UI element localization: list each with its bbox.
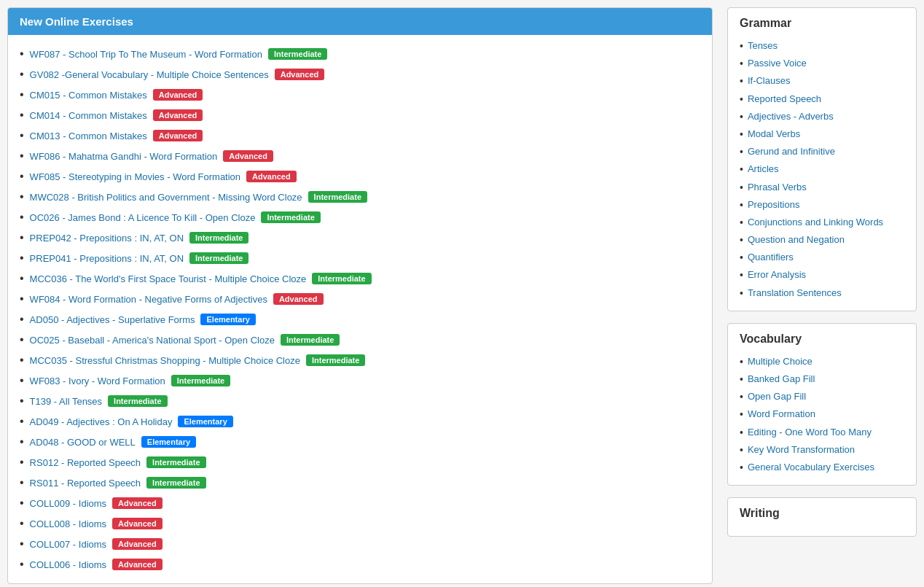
level-badge: Advanced	[275, 69, 325, 80]
sidebar-link[interactable]: Conjunctions and Linking Words	[748, 216, 883, 229]
sidebar-link[interactable]: Prepositions	[748, 198, 800, 211]
list-item: COLL006 - IdiomsAdvanced	[20, 554, 700, 575]
exercise-link[interactable]: COLL009 - Idioms	[30, 498, 107, 509]
sidebar-link[interactable]: Modal Verbs	[748, 128, 800, 141]
vocabulary-section: Vocabulary Multiple ChoiceBanked Gap Fil…	[727, 323, 917, 486]
sidebar-item: Phrasal Verbs	[740, 179, 904, 196]
level-badge: Intermediate	[146, 456, 205, 468]
level-badge: Intermediate	[261, 211, 320, 223]
exercise-link[interactable]: OC025 - Baseball - America's National Sp…	[30, 335, 275, 346]
exercise-link[interactable]: AD050 - Adjectives - Superlative Forms	[30, 314, 195, 325]
exercise-link[interactable]: CM014 - Common Mistakes	[30, 110, 147, 121]
sidebar-item: Prepositions	[740, 196, 904, 214]
list-item: MCC035 - Stressful Christmas Shopping - …	[20, 350, 700, 370]
exercises-box: New Online Exercises WF087 - School Trip…	[7, 7, 713, 584]
level-badge: Advanced	[273, 293, 324, 305]
exercise-link[interactable]: WF085 - Stereotyping in Movies - Word Fo…	[30, 171, 240, 182]
exercise-link[interactable]: T139 - All Tenses	[30, 396, 102, 407]
grammar-list: TensesPassive VoiceIf-ClausesReported Sp…	[728, 34, 916, 311]
list-item: PREP041 - Prepositions : IN, AT, ONInter…	[20, 248, 700, 268]
list-item: WF084 - Word Formation - Negative Forms …	[20, 289, 700, 309]
sidebar-item: Word Formation	[740, 405, 904, 423]
level-badge: Advanced	[153, 89, 203, 101]
list-item: MCC036 - The World's First Space Tourist…	[20, 268, 700, 289]
exercise-link[interactable]: WF086 - Mahatma Gandhi - Word Formation	[30, 151, 218, 162]
level-badge: Advanced	[112, 518, 163, 529]
grammar-section: Grammar TensesPassive VoiceIf-ClausesRep…	[727, 7, 917, 311]
sidebar-item: Conjunctions and Linking Words	[740, 214, 904, 231]
exercise-link[interactable]: PREP042 - Prepositions : IN, AT, ON	[30, 233, 184, 244]
sidebar-link[interactable]: Open Gap Fill	[748, 390, 806, 403]
exercise-link[interactable]: AD049 - Adjectives : On A Holiday	[30, 416, 173, 427]
level-badge: Intermediate	[108, 395, 167, 407]
sidebar-link[interactable]: Word Formation	[748, 408, 815, 421]
sidebar-link[interactable]: Adjectives - Adverbs	[748, 110, 834, 123]
list-item: OC025 - Baseball - America's National Sp…	[20, 330, 700, 350]
sidebar-link[interactable]: Translation Sentences	[748, 287, 842, 300]
level-badge: Intermediate	[189, 252, 248, 264]
sidebar-item: Open Gap Fill	[740, 388, 904, 405]
list-item: COLL008 - IdiomsAdvanced	[20, 513, 700, 534]
sidebar-link[interactable]: Reported Speech	[748, 93, 821, 106]
sidebar-link[interactable]: General Vocabulary Exercises	[748, 461, 874, 474]
sidebar-item: Banked Gap Fill	[740, 370, 904, 388]
sidebar-link[interactable]: If-Clauses	[748, 74, 791, 88]
sidebar-item: Passive Voice	[740, 55, 904, 72]
sidebar-item: If-Clauses	[740, 72, 904, 90]
level-badge: Advanced	[112, 497, 163, 509]
exercise-link[interactable]: RS011 - Reported Speech	[30, 478, 141, 489]
list-item: WF087 - School Trip To The Museum - Word…	[20, 44, 700, 64]
list-item: GV082 -General Vocabulary - Multiple Cho…	[20, 64, 700, 85]
sidebar-link[interactable]: Error Analysis	[748, 268, 806, 281]
sidebar-link[interactable]: Passive Voice	[748, 57, 807, 70]
level-badge: Intermediate	[306, 354, 365, 366]
sidebar-item: Quantifiers	[740, 249, 904, 266]
sidebar-link[interactable]: Gerund and Infinitive	[748, 145, 835, 158]
exercise-link[interactable]: MWC028 - British Politics and Government…	[30, 192, 302, 203]
sidebar-item: Adjectives - Adverbs	[740, 108, 904, 125]
grammar-title: Grammar	[728, 8, 916, 34]
sidebar-link[interactable]: Question and Negation	[748, 233, 845, 246]
sidebar-link[interactable]: Quantifiers	[748, 251, 794, 264]
list-item: T139 - All TensesIntermediate	[20, 391, 700, 411]
exercises-header: New Online Exercises	[8, 8, 712, 35]
exercise-link[interactable]: PREP041 - Prepositions : IN, AT, ON	[30, 253, 184, 264]
list-item: RS011 - Reported SpeechIntermediate	[20, 473, 700, 493]
exercise-link[interactable]: WF084 - Word Formation - Negative Forms …	[30, 294, 267, 305]
list-item: COLL009 - IdiomsAdvanced	[20, 493, 700, 513]
exercise-link[interactable]: COLL008 - Idioms	[30, 518, 107, 529]
exercise-link[interactable]: OC026 - James Bond : A Licence To Kill -…	[30, 212, 256, 223]
exercise-link[interactable]: GV082 -General Vocabulary - Multiple Cho…	[30, 69, 269, 80]
level-badge: Intermediate	[268, 48, 327, 60]
exercise-link[interactable]: WF087 - School Trip To The Museum - Word…	[30, 49, 262, 60]
sidebar-link[interactable]: Multiple Choice	[748, 355, 813, 368]
sidebar-link[interactable]: Banked Gap Fill	[748, 373, 815, 386]
exercise-link[interactable]: WF083 - Ivory - Word Formation	[30, 376, 165, 386]
exercise-link[interactable]: MCC035 - Stressful Christmas Shopping - …	[30, 355, 300, 366]
exercise-link[interactable]: CM015 - Common Mistakes	[30, 90, 147, 101]
list-item: CM013 - Common MistakesAdvanced	[20, 125, 700, 146]
level-badge: Intermediate	[189, 232, 248, 244]
sidebar-link[interactable]: Key Word Transformation	[748, 443, 855, 456]
exercise-link[interactable]: CM013 - Common Mistakes	[30, 131, 147, 141]
exercise-link[interactable]: COLL006 - Idioms	[30, 559, 107, 570]
sidebar-link[interactable]: Editing - One Word Too Many	[748, 426, 872, 439]
vocabulary-list: Multiple ChoiceBanked Gap FillOpen Gap F…	[728, 350, 916, 485]
sidebar-item: Gerund and Infinitive	[740, 143, 904, 160]
sidebar-link[interactable]: Articles	[748, 163, 779, 176]
level-badge: Elementary	[178, 416, 232, 427]
exercise-link[interactable]: MCC036 - The World's First Space Tourist…	[30, 273, 307, 284]
page-wrapper: New Online Exercises WF087 - School Trip…	[0, 0, 924, 587]
list-item: CM015 - Common MistakesAdvanced	[20, 85, 700, 105]
level-badge: Advanced	[153, 130, 203, 141]
exercise-link[interactable]: AD048 - GOOD or WELL	[30, 437, 136, 448]
exercise-link[interactable]: COLL007 - Idioms	[30, 539, 107, 550]
exercises-list: WF087 - School Trip To The Museum - Word…	[8, 35, 712, 583]
sidebar: Grammar TensesPassive VoiceIf-ClausesRep…	[727, 7, 917, 584]
list-item: WF083 - Ivory - Word FormationIntermedia…	[20, 370, 700, 391]
exercise-link[interactable]: RS012 - Reported Speech	[30, 457, 141, 468]
level-badge: Advanced	[223, 150, 273, 162]
sidebar-link[interactable]: Tenses	[748, 39, 778, 53]
sidebar-item: General Vocabulary Exercises	[740, 459, 904, 476]
sidebar-link[interactable]: Phrasal Verbs	[748, 181, 807, 194]
